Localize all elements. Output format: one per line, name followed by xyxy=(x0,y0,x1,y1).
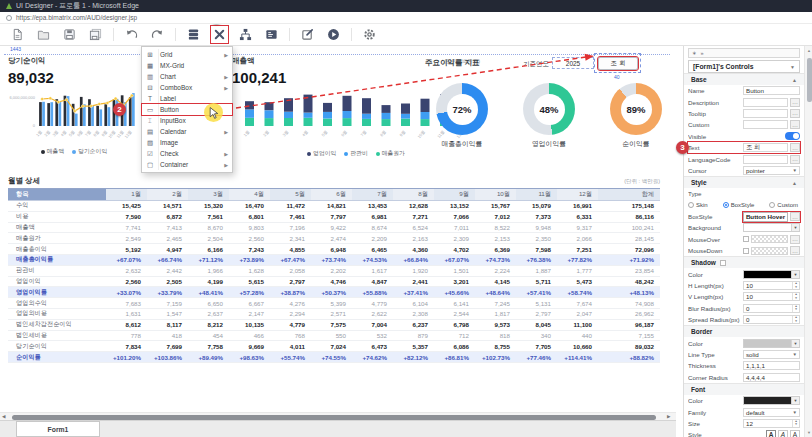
panel-header[interactable]: [Form1]'s Controls ▼ xyxy=(688,60,800,73)
type-radio-boxstyle[interactable]: BoxStyle xyxy=(723,202,755,208)
property-input[interactable] xyxy=(743,109,788,118)
ellipsis-button[interactable]: … xyxy=(790,143,800,152)
number-stepper[interactable]: 0▲▼ xyxy=(743,315,800,324)
open-button[interactable] xyxy=(35,26,52,43)
run-button[interactable] xyxy=(325,26,342,43)
property-input[interactable]: 4,4,4,4 xyxy=(743,373,800,382)
cell: 1,817 xyxy=(475,308,516,319)
legend-label: 매출원가 xyxy=(382,149,405,158)
panel-scrollbar[interactable]: ▲ ▼ xyxy=(804,46,812,437)
hierarchy-button[interactable] xyxy=(237,26,254,43)
edit-mode-button[interactable] xyxy=(299,26,316,43)
type-radio-skin[interactable]: Skin xyxy=(688,202,708,208)
property-select[interactable]: pointer▼ xyxy=(743,166,800,175)
hscrollbar-thumb[interactable] xyxy=(12,415,656,420)
canvas-hscrollbar[interactable]: ◀ ▶ xyxy=(0,412,676,420)
property-input[interactable]: 1,1,1,1 xyxy=(743,361,800,370)
color-picker[interactable]: ▼ xyxy=(743,339,800,348)
radio-icon xyxy=(769,202,775,208)
number-stepper[interactable]: 10▲▼ xyxy=(743,281,800,290)
ellipsis-button[interactable]: … xyxy=(790,246,800,255)
ellipsis-button[interactable]: … xyxy=(790,235,800,244)
property-row-color: Color▼ xyxy=(688,268,800,279)
group-header-border[interactable]: Border xyxy=(684,325,804,337)
menu-item-calendar[interactable]: ▤Calendar▶ xyxy=(142,126,232,137)
new-file-button[interactable] xyxy=(9,26,26,43)
underline-button[interactable]: A xyxy=(790,430,800,437)
menu-item-container[interactable]: ▢Container▶ xyxy=(142,159,232,170)
step-down-icon[interactable]: ▼ xyxy=(794,308,797,312)
step-down-icon[interactable]: ▼ xyxy=(794,286,797,290)
visible-toggle[interactable] xyxy=(785,132,800,140)
table-row: 순이익률+101.20%+103.86%+89.49%+98.63%+55.74… xyxy=(8,352,660,363)
menu-item-label[interactable]: TLabel xyxy=(142,93,232,104)
redo-button[interactable] xyxy=(149,26,166,43)
scrollbar-thumb[interactable] xyxy=(807,58,812,102)
ellipsis-button[interactable]: … xyxy=(790,120,800,129)
ellipsis-button[interactable]: … xyxy=(790,155,800,164)
group-header-style[interactable]: Style▲ xyxy=(684,176,804,188)
menu-item-combobox[interactable]: ⊟ComboBox▶ xyxy=(142,82,232,93)
number-stepper[interactable]: 10▲▼ xyxy=(743,292,800,301)
step-down-icon[interactable]: ▼ xyxy=(794,297,797,301)
property-select[interactable]: solid▼ xyxy=(743,350,800,359)
transparent-swatch[interactable] xyxy=(751,247,788,255)
data-source-button[interactable] xyxy=(185,26,202,43)
color-picker[interactable]: ▼ xyxy=(743,270,800,279)
menu-item-grid[interactable]: ⊞Grid▶ xyxy=(142,49,232,60)
color-picker[interactable]: ▼ xyxy=(743,396,800,405)
boxstyle-value-button[interactable]: Button Hover xyxy=(743,212,788,222)
monthly-detail-widget[interactable]: 월별 상세 (단위 : 백만원) 항목1월2월3월4월5월6월7월8월9월10월… xyxy=(8,176,660,363)
script-button[interactable] xyxy=(263,26,280,43)
step-down-icon[interactable]: ▼ xyxy=(794,320,797,324)
bold-button[interactable]: A xyxy=(766,430,776,437)
group-header-font[interactable]: Font xyxy=(684,383,804,395)
transparent-swatch[interactable] xyxy=(751,235,788,243)
ellipsis-button[interactable]: … xyxy=(790,212,800,221)
italic-button[interactable]: A xyxy=(778,430,788,437)
property-input[interactable]: Button xyxy=(743,86,800,95)
save-all-button[interactable] xyxy=(87,26,104,43)
search-button[interactable]: 조 회 xyxy=(598,57,638,70)
property-input[interactable]: 조 회 xyxy=(743,143,788,152)
number-stepper[interactable]: 12▲▼ xyxy=(743,419,800,428)
scroll-up-icon[interactable]: ▲ xyxy=(805,48,812,53)
property-input[interactable] xyxy=(743,155,788,164)
window-titlebar: UI Designer - 프로툴 1 - Microsoft Edge xyxy=(0,0,812,12)
scroll-down-icon[interactable]: ▼ xyxy=(805,430,812,435)
property-row-h-length-px-: H Length(px)10▲▼ xyxy=(688,280,800,291)
menu-item-check[interactable]: ☑Check▶ xyxy=(142,148,232,159)
enable-checkbox[interactable] xyxy=(743,236,749,242)
base-year-combobox[interactable]: 2025 xyxy=(552,57,594,69)
group-header-shadow[interactable]: Shadow xyxy=(684,256,804,268)
menu-item-chart[interactable]: ▥Chart▶ xyxy=(142,71,232,82)
group-header-base[interactable]: Base▲ xyxy=(684,73,804,85)
color-picker[interactable]: ▼ xyxy=(743,223,800,232)
url-bar[interactable]: https://epa.bimatrix.com/AUD/designer.js… xyxy=(0,12,812,24)
save-button[interactable] xyxy=(61,26,78,43)
ellipsis-button[interactable]: … xyxy=(790,98,800,107)
expand-icon[interactable]: » xyxy=(701,50,704,56)
step-down-icon[interactable]: ▼ xyxy=(794,423,797,427)
ellipsis-button[interactable]: … xyxy=(790,109,800,118)
menu-item-mx-grid[interactable]: ▦MX-Grid xyxy=(142,60,232,71)
tab-form1[interactable]: Form1 xyxy=(16,421,100,437)
cell: 7,243 xyxy=(229,244,270,255)
property-input[interactable] xyxy=(743,120,788,129)
shadow-checkbox[interactable] xyxy=(720,260,726,266)
undo-button[interactable] xyxy=(123,26,140,43)
type-radio-custom[interactable]: Custom xyxy=(769,202,798,208)
settings-button[interactable] xyxy=(361,26,378,43)
design-canvas[interactable]: 1443 당기순이익 89,032 6,000,000,00001월2월3월4월… xyxy=(0,46,676,412)
cell: 8,117 xyxy=(147,319,188,330)
enable-checkbox[interactable] xyxy=(743,248,749,254)
cell: 7,066 xyxy=(434,211,475,222)
number-stepper[interactable]: 0▲▼ xyxy=(743,304,800,313)
menu-item-image[interactable]: ▨Image xyxy=(142,137,232,148)
pin-icon[interactable]: ∗ xyxy=(692,50,697,56)
property-select[interactable]: default▼ xyxy=(743,408,800,417)
property-label: Family xyxy=(688,409,743,416)
property-input[interactable] xyxy=(743,98,788,107)
profit-ratio-widget[interactable]: 주요이익률 지표 기준연도 2025 조 회 40 72%매출총이익률48%영업… xyxy=(420,56,676,73)
components-button[interactable]: 1 xyxy=(211,26,228,43)
